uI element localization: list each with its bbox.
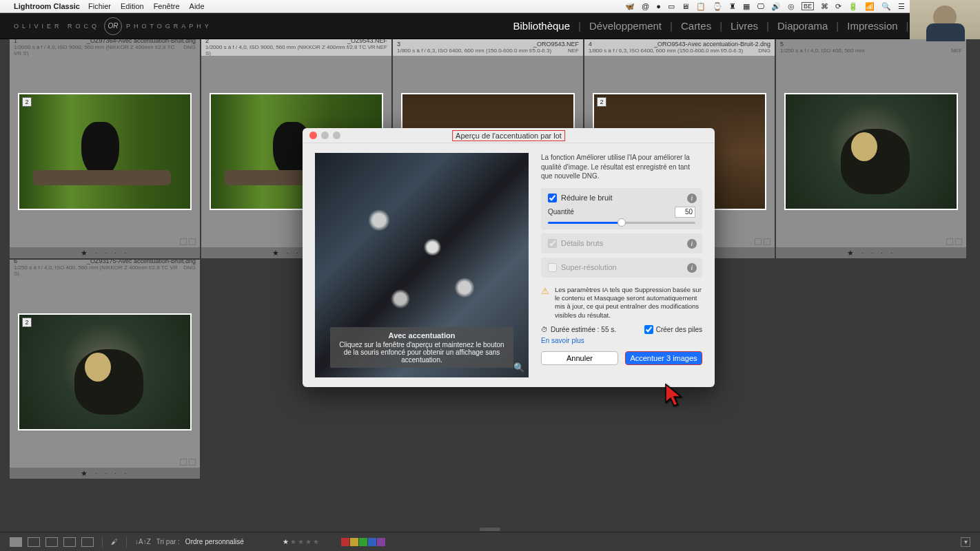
grid-cell[interactable]: 1_OZ97364-Avec accentuation-Bruit.dng 1/… <box>10 39 200 258</box>
amount-slider[interactable] <box>548 222 695 224</box>
grid-cell[interactable]: 6_OZ93175-Avec accentuation-Bruit.dng 1/… <box>10 260 200 479</box>
cell-header: 2_OZ9543.NEF 1/2000 s à f / 4,0, ISO 900… <box>201 39 391 56</box>
sort-value[interactable]: Ordre personnalisé <box>185 538 244 545</box>
swatch-purple[interactable] <box>377 538 385 546</box>
stack-badge[interactable]: 2 <box>597 97 606 107</box>
status-circle-icon[interactable]: ◎ <box>788 2 795 11</box>
badge-icon[interactable] <box>189 238 196 245</box>
status-butterfly-icon[interactable]: 🦋 <box>625 2 635 11</box>
cell-body[interactable]: 2 <box>10 56 200 247</box>
cell-footer[interactable]: ★ · · · · <box>10 468 200 479</box>
cell-footer[interactable]: ★ · · · · <box>776 247 966 258</box>
grid-view-icon[interactable] <box>10 537 22 547</box>
grid-cell[interactable]: 5 1/250 s à f / 4,0, ISO 400, 560 mmNEF … <box>776 39 966 258</box>
zoom-icon[interactable]: 🔍 <box>513 362 524 373</box>
sort-direction-icon[interactable]: ↓A↑Z <box>135 538 151 545</box>
slider-thumb-icon[interactable] <box>617 218 626 227</box>
status-clipboard-icon[interactable]: 📋 <box>696 2 706 11</box>
status-grid-icon[interactable]: ▦ <box>743 2 750 11</box>
status-volume-icon[interactable]: 🔊 <box>771 2 781 11</box>
badge-icon[interactable] <box>764 238 770 245</box>
status-control-center-icon[interactable]: ☰ <box>898 2 905 11</box>
module-library[interactable]: Bibliothèque <box>511 20 571 32</box>
create-stacks-checkbox[interactable] <box>644 325 653 334</box>
loupe-view-icon[interactable] <box>28 537 40 547</box>
stack-badge[interactable]: 2 <box>22 97 32 107</box>
status-keyboard-layout[interactable]: BE <box>802 2 814 10</box>
learn-more-link[interactable]: En savoir plus <box>541 337 702 344</box>
badge-icon[interactable] <box>946 238 953 245</box>
status-dot-icon[interactable]: ● <box>656 2 661 10</box>
swatch-green[interactable] <box>359 538 367 546</box>
swatch-yellow[interactable] <box>350 538 358 546</box>
painter-icon[interactable]: 🖌 <box>111 538 118 545</box>
cancel-button[interactable]: Annuler <box>541 351 618 365</box>
menu-file[interactable]: Fichier <box>88 2 111 10</box>
people-view-icon[interactable] <box>81 537 94 547</box>
status-clock-icon[interactable]: ⌚ <box>713 2 722 11</box>
amount-value[interactable]: 50 <box>675 207 695 218</box>
thumbnail[interactable]: 2 <box>18 313 192 430</box>
toolbar-overflow-icon[interactable]: ▾ <box>961 537 970 547</box>
status-bluetooth-icon[interactable]: ⌘ <box>821 2 828 11</box>
cell-header: 1_OZ97364-Avec accentuation-Bruit.dng 1/… <box>10 39 200 56</box>
enhance-batch-dialog: Aperçu de l'accentuation par lot Avec ac… <box>303 128 715 387</box>
badge-icon[interactable] <box>180 238 187 245</box>
color-label-filter[interactable] <box>341 538 385 546</box>
swatch-red[interactable] <box>341 538 349 546</box>
dialog-description: La fonction Améliorer utilise l'IA pour … <box>541 153 702 181</box>
badge-icon[interactable] <box>755 238 762 245</box>
status-spotlight-icon[interactable]: 🔍 <box>881 2 891 11</box>
enhance-preview[interactable]: Avec accentuation Cliquez sur la fenêtre… <box>315 153 529 377</box>
cell-header: 3_ORO9543.NEF 1/800 s à f / 6,3, ISO 640… <box>393 39 583 56</box>
preview-caption-hint: Cliquez sur la fenêtre d'aperçu et maint… <box>337 341 507 364</box>
stack-badge[interactable]: 2 <box>22 318 32 327</box>
enhance-button[interactable]: Accentuer 3 images <box>625 351 702 365</box>
badge-icon[interactable] <box>955 238 962 245</box>
denoise-info-icon[interactable]: i <box>687 194 697 203</box>
mac-menubar: Lightroom Classic Fichier Edition Fenêtr… <box>0 0 980 13</box>
raw-details-checkbox <box>548 239 557 248</box>
status-display-icon[interactable]: 🖥 <box>682 2 689 10</box>
cell-metadata: 1/800 s à f / 6,3, ISO 6400, 600 mm (150… <box>589 48 758 54</box>
status-monitor-icon[interactable]: 🖵 <box>757 2 764 10</box>
badge-icon[interactable] <box>189 459 196 466</box>
panel-drag-handle[interactable] <box>480 528 500 531</box>
module-slideshow[interactable]: Diaporama <box>776 20 829 32</box>
cell-badges <box>180 459 196 466</box>
module-develop[interactable]: Développement <box>588 20 663 32</box>
denoise-checkbox[interactable] <box>548 194 557 202</box>
menu-edit[interactable]: Edition <box>121 2 144 10</box>
library-toolbar: 🖌 ↓A↑Z Tri par : Ordre personnalisé ★★★★… <box>0 532 980 551</box>
cell-body[interactable] <box>776 56 966 247</box>
brand-identity: OLIVIER ROCQ OR PHOTOGRAPHY <box>14 17 212 35</box>
thumbnail[interactable]: 2 <box>18 93 192 210</box>
module-print[interactable]: Impression <box>846 20 899 32</box>
status-screen-icon[interactable]: ▭ <box>668 2 675 11</box>
menu-window[interactable]: Fenêtre <box>154 2 180 10</box>
status-battery-icon[interactable]: 🔋 <box>848 2 858 11</box>
rating-filter[interactable]: ★★★★★ <box>283 538 320 545</box>
status-castle-icon[interactable]: ♜ <box>729 2 736 11</box>
window-close-icon[interactable] <box>309 132 317 139</box>
module-book[interactable]: Livres <box>729 20 759 32</box>
menu-help[interactable]: Aide <box>190 2 205 10</box>
status-sync-icon[interactable]: ⟳ <box>835 2 841 11</box>
app-name[interactable]: Lightroom Classic <box>14 2 80 10</box>
swatch-blue[interactable] <box>368 538 376 546</box>
thumbnail[interactable] <box>784 93 958 210</box>
dialog-titlebar[interactable]: Aperçu de l'accentuation par lot <box>303 128 715 143</box>
cursor-icon <box>664 383 686 410</box>
module-map[interactable]: Cartes <box>680 20 713 32</box>
option-raw-details: Détails bruts i <box>541 233 702 253</box>
badge-icon[interactable] <box>180 459 187 466</box>
status-at-icon[interactable]: @ <box>642 2 649 10</box>
cell-body[interactable]: 2 <box>10 276 200 468</box>
status-wifi-icon[interactable]: 📶 <box>865 2 875 11</box>
cell-footer[interactable]: ★ · · · · <box>10 247 200 258</box>
raw-details-info-icon[interactable]: i <box>687 239 697 249</box>
brand-left: OLIVIER ROCQ <box>14 23 100 30</box>
survey-view-icon[interactable] <box>63 537 76 547</box>
compare-view-icon[interactable] <box>45 537 58 547</box>
super-res-info-icon[interactable]: i <box>687 263 697 273</box>
